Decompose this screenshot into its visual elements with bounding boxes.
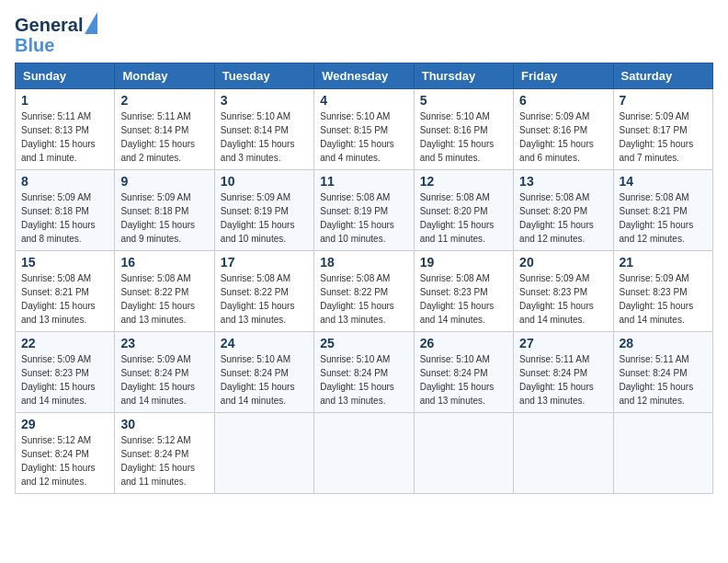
- day-info: Sunrise: 5:08 AMSunset: 8:23 PMDaylight:…: [420, 271, 507, 327]
- calendar-day-cell: 21Sunrise: 5:09 AMSunset: 8:23 PMDayligh…: [613, 251, 712, 332]
- day-info: Sunrise: 5:10 AMSunset: 8:14 PMDaylight:…: [221, 109, 308, 165]
- logo-triangle-icon: [85, 12, 97, 34]
- calendar-week-row: 22Sunrise: 5:09 AMSunset: 8:23 PMDayligh…: [16, 332, 713, 413]
- day-info: Sunrise: 5:10 AMSunset: 8:24 PMDaylight:…: [420, 352, 507, 408]
- calendar-week-row: 29Sunrise: 5:12 AMSunset: 8:24 PMDayligh…: [16, 413, 713, 494]
- calendar-day-cell: 6Sunrise: 5:09 AMSunset: 8:16 PMDaylight…: [514, 89, 613, 170]
- calendar-day-cell: 14Sunrise: 5:08 AMSunset: 8:21 PMDayligh…: [613, 170, 712, 251]
- day-info: Sunrise: 5:09 AMSunset: 8:24 PMDaylight:…: [120, 352, 208, 408]
- calendar-day-cell: 20Sunrise: 5:09 AMSunset: 8:23 PMDayligh…: [514, 251, 613, 332]
- calendar-day-cell: 16Sunrise: 5:08 AMSunset: 8:22 PMDayligh…: [115, 251, 214, 332]
- day-info: Sunrise: 5:10 AMSunset: 8:15 PMDaylight:…: [320, 109, 407, 165]
- day-info: Sunrise: 5:08 AMSunset: 8:20 PMDaylight:…: [420, 190, 507, 246]
- weekday-header-cell: Wednesday: [314, 63, 414, 89]
- day-number: 15: [21, 255, 108, 270]
- calendar-day-cell: [613, 413, 712, 494]
- calendar-day-cell: 8Sunrise: 5:09 AMSunset: 8:18 PMDaylight…: [16, 170, 115, 251]
- day-info: Sunrise: 5:09 AMSunset: 8:19 PMDaylight:…: [221, 190, 308, 246]
- day-number: 11: [320, 174, 407, 189]
- day-number: 20: [519, 255, 607, 270]
- page-header: General Blue: [15, 15, 713, 55]
- day-info: Sunrise: 5:10 AMSunset: 8:24 PMDaylight:…: [221, 352, 308, 408]
- day-number: 28: [620, 336, 707, 350]
- calendar-day-cell: 5Sunrise: 5:10 AMSunset: 8:16 PMDaylight…: [414, 89, 513, 170]
- weekday-header-cell: Tuesday: [214, 63, 313, 89]
- calendar-week-row: 8Sunrise: 5:09 AMSunset: 8:18 PMDaylight…: [16, 170, 713, 251]
- calendar-table: SundayMondayTuesdayWednesdayThursdayFrid…: [15, 63, 713, 494]
- calendar-day-cell: 25Sunrise: 5:10 AMSunset: 8:24 PMDayligh…: [314, 332, 414, 413]
- calendar-week-row: 15Sunrise: 5:08 AMSunset: 8:21 PMDayligh…: [16, 251, 713, 332]
- day-number: 3: [221, 93, 308, 108]
- day-number: 29: [21, 417, 108, 431]
- day-number: 23: [120, 336, 208, 350]
- day-info: Sunrise: 5:09 AMSunset: 8:16 PMDaylight:…: [519, 109, 607, 165]
- day-number: 24: [221, 336, 308, 350]
- day-number: 7: [620, 93, 707, 108]
- weekday-header-cell: Friday: [514, 63, 613, 89]
- day-info: Sunrise: 5:09 AMSunset: 8:17 PMDaylight:…: [620, 109, 707, 165]
- day-info: Sunrise: 5:12 AMSunset: 8:24 PMDaylight:…: [120, 433, 208, 488]
- weekday-header-cell: Sunday: [16, 63, 115, 89]
- day-number: 19: [420, 255, 507, 270]
- calendar-day-cell: 11Sunrise: 5:08 AMSunset: 8:19 PMDayligh…: [314, 170, 414, 251]
- calendar-day-cell: 17Sunrise: 5:08 AMSunset: 8:22 PMDayligh…: [214, 251, 313, 332]
- day-info: Sunrise: 5:08 AMSunset: 8:21 PMDaylight:…: [21, 271, 108, 327]
- day-info: Sunrise: 5:08 AMSunset: 8:22 PMDaylight:…: [221, 271, 308, 327]
- day-number: 1: [21, 93, 108, 108]
- day-number: 21: [620, 255, 707, 270]
- calendar-day-cell: 26Sunrise: 5:10 AMSunset: 8:24 PMDayligh…: [414, 332, 513, 413]
- calendar-day-cell: 3Sunrise: 5:10 AMSunset: 8:14 PMDaylight…: [214, 89, 313, 170]
- calendar-body: 1Sunrise: 5:11 AMSunset: 8:13 PMDaylight…: [16, 89, 713, 494]
- day-number: 10: [221, 174, 308, 189]
- calendar-day-cell: [514, 413, 613, 494]
- weekday-header-cell: Monday: [115, 63, 214, 89]
- day-info: Sunrise: 5:10 AMSunset: 8:24 PMDaylight:…: [320, 352, 407, 408]
- calendar-day-cell: 2Sunrise: 5:11 AMSunset: 8:14 PMDaylight…: [115, 89, 214, 170]
- calendar-day-cell: 15Sunrise: 5:08 AMSunset: 8:21 PMDayligh…: [16, 251, 115, 332]
- day-number: 18: [320, 255, 407, 270]
- day-info: Sunrise: 5:09 AMSunset: 8:23 PMDaylight:…: [519, 271, 607, 327]
- day-info: Sunrise: 5:09 AMSunset: 8:18 PMDaylight:…: [21, 190, 108, 246]
- day-number: 9: [120, 174, 208, 189]
- day-info: Sunrise: 5:08 AMSunset: 8:22 PMDaylight:…: [320, 271, 407, 327]
- day-info: Sunrise: 5:10 AMSunset: 8:16 PMDaylight:…: [420, 109, 507, 165]
- day-number: 12: [420, 174, 507, 189]
- day-number: 26: [420, 336, 507, 350]
- logo-text: General Blue: [15, 15, 97, 55]
- day-info: Sunrise: 5:09 AMSunset: 8:23 PMDaylight:…: [620, 271, 707, 327]
- day-info: Sunrise: 5:11 AMSunset: 8:13 PMDaylight:…: [21, 109, 108, 165]
- day-number: 5: [420, 93, 507, 108]
- day-info: Sunrise: 5:11 AMSunset: 8:14 PMDaylight:…: [120, 109, 208, 165]
- calendar-day-cell: 22Sunrise: 5:09 AMSunset: 8:23 PMDayligh…: [16, 332, 115, 413]
- day-number: 30: [120, 417, 208, 431]
- day-number: 2: [120, 93, 208, 108]
- day-info: Sunrise: 5:09 AMSunset: 8:23 PMDaylight:…: [21, 352, 108, 408]
- calendar-day-cell: 24Sunrise: 5:10 AMSunset: 8:24 PMDayligh…: [214, 332, 313, 413]
- calendar-day-cell: 12Sunrise: 5:08 AMSunset: 8:20 PMDayligh…: [414, 170, 513, 251]
- day-info: Sunrise: 5:08 AMSunset: 8:20 PMDaylight:…: [519, 190, 607, 246]
- day-info: Sunrise: 5:11 AMSunset: 8:24 PMDaylight:…: [620, 352, 707, 408]
- calendar-day-cell: 10Sunrise: 5:09 AMSunset: 8:19 PMDayligh…: [214, 170, 313, 251]
- calendar-day-cell: [314, 413, 414, 494]
- day-info: Sunrise: 5:08 AMSunset: 8:19 PMDaylight:…: [320, 190, 407, 246]
- day-number: 17: [221, 255, 308, 270]
- calendar-day-cell: 19Sunrise: 5:08 AMSunset: 8:23 PMDayligh…: [414, 251, 513, 332]
- calendar-day-cell: 27Sunrise: 5:11 AMSunset: 8:24 PMDayligh…: [514, 332, 613, 413]
- day-info: Sunrise: 5:09 AMSunset: 8:18 PMDaylight:…: [120, 190, 208, 246]
- weekday-header-cell: Thursday: [414, 63, 513, 89]
- logo: General Blue: [15, 15, 97, 55]
- calendar-week-row: 1Sunrise: 5:11 AMSunset: 8:13 PMDaylight…: [16, 89, 713, 170]
- day-info: Sunrise: 5:08 AMSunset: 8:21 PMDaylight:…: [620, 190, 707, 246]
- day-number: 22: [21, 336, 108, 350]
- day-info: Sunrise: 5:08 AMSunset: 8:22 PMDaylight:…: [120, 271, 208, 327]
- calendar-day-cell: 9Sunrise: 5:09 AMSunset: 8:18 PMDaylight…: [115, 170, 214, 251]
- day-number: 25: [320, 336, 407, 350]
- day-number: 8: [21, 174, 108, 189]
- calendar-day-cell: 29Sunrise: 5:12 AMSunset: 8:24 PMDayligh…: [16, 413, 115, 494]
- calendar-day-cell: 23Sunrise: 5:09 AMSunset: 8:24 PMDayligh…: [115, 332, 214, 413]
- calendar-day-cell: 13Sunrise: 5:08 AMSunset: 8:20 PMDayligh…: [514, 170, 613, 251]
- day-number: 27: [519, 336, 607, 350]
- day-info: Sunrise: 5:11 AMSunset: 8:24 PMDaylight:…: [519, 352, 607, 408]
- calendar-day-cell: 18Sunrise: 5:08 AMSunset: 8:22 PMDayligh…: [314, 251, 414, 332]
- calendar-day-cell: [414, 413, 513, 494]
